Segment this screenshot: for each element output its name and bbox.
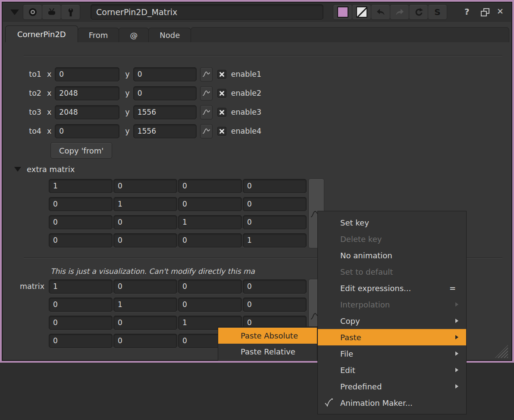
y-value-input[interactable]: 1556 [133,124,197,138]
help-button[interactable]: ? [464,6,470,17]
matrix-cell[interactable]: 1 [49,279,113,294]
undo-button[interactable] [371,4,390,20]
tab-from[interactable]: From [78,28,119,42]
x-label: x [47,127,51,135]
to-label: to1 [0,70,41,78]
menu-item-set-key[interactable]: Set key [318,214,466,231]
y-value-input[interactable]: 0 [133,67,197,81]
redo-button[interactable] [390,4,409,20]
enable-checkbox[interactable] [217,127,226,136]
submenu-item-paste-absolute[interactable]: Paste Absolute [218,328,317,344]
separator-top [24,55,502,56]
script-button[interactable]: S [428,4,447,20]
to-point-row: to2 x 2048 y 0 enable2 [0,84,336,103]
menu-item-interpolation: Interpolation [318,296,466,313]
menu-item-edit-expressions[interactable]: Edit expressions...= [318,280,466,296]
menu-item-edit[interactable]: Edit [318,362,466,378]
matrix-cell[interactable]: 0 [178,298,242,312]
extra-matrix-cell[interactable]: 0 [178,179,242,193]
s-icon: S [434,7,440,17]
to-points-group: to1 x 0 y 0 enable1 to2 x 2048 y 0 [0,65,336,141]
menu-item-label: Delete key [340,235,448,244]
extra-matrix-cell[interactable]: 0 [178,197,242,211]
enable-checkbox[interactable] [217,70,226,79]
menu-item-label: Copy [340,317,448,326]
resize-grip[interactable] [495,345,508,358]
matrix-cell[interactable]: 0 [49,316,113,330]
matrix-cell[interactable]: 0 [113,334,177,348]
extra-matrix-cell[interactable]: 0 [243,179,307,193]
extra-matrix-cell[interactable]: 0 [243,197,307,211]
to-point-row: to3 x 2048 y 1556 enable3 [0,103,336,122]
x-value-input[interactable]: 0 [55,67,119,81]
left-button-group [23,4,80,20]
menu-item-accessory [448,368,466,372]
x-value-input[interactable]: 2048 [55,105,119,119]
center-viewer-button[interactable] [23,4,42,20]
to-label: to2 [0,89,41,97]
node-menu-dropdown-button[interactable] [7,7,22,17]
menu-item-file[interactable]: File [318,345,466,362]
menu-item-label: Edit expressions... [340,284,448,293]
enable-checkbox[interactable] [217,108,226,117]
matrix-cell[interactable]: 0 [113,279,177,294]
extra-matrix-cell[interactable]: 1 [243,233,307,248]
matrix-cell[interactable]: 0 [113,316,177,330]
extra-matrix-cell[interactable]: 0 [49,197,113,211]
menu-item-gutter [318,398,340,408]
extra-matrix-cell[interactable]: 0 [243,215,307,229]
menu-item-label: Paste [340,333,448,342]
extra-matrix-cell[interactable]: 1 [178,215,242,229]
tab-cornerpin2d[interactable]: CornerPin2D [5,25,78,42]
target-icon [28,7,38,17]
animation-menu-button[interactable] [200,124,213,138]
menu-item-animation-maker[interactable]: Animation Maker... [318,395,466,411]
y-value-input[interactable]: 1556 [133,105,197,119]
menu-item-label: File [340,349,448,358]
animation-menu-button[interactable] [200,67,213,81]
matrix-cell[interactable]: 0 [49,334,113,348]
extra-matrix-cell[interactable]: 0 [113,233,177,248]
submenu-item-paste-relative[interactable]: Paste Relative [218,344,317,360]
menu-item-paste[interactable]: Paste [318,329,466,345]
matrix-cell[interactable]: 1 [113,298,177,312]
x-value-input[interactable]: 0 [55,124,119,138]
y-value-input[interactable]: 0 [133,86,197,100]
tab-node[interactable]: Node [148,28,191,42]
enable-label: enable4 [231,127,261,135]
monitor-out-button[interactable] [42,4,61,20]
enable-checkbox[interactable] [217,89,226,98]
submenu-arrow-icon [455,384,458,389]
close-button[interactable]: ✕ [497,6,504,16]
copy-from-button[interactable]: Copy 'from' [50,142,112,159]
y-label: y [125,70,129,78]
tab-[interactable]: @ [119,28,149,42]
to-label: to4 [0,127,41,135]
menu-item-label: Predefined [340,382,448,391]
node-color-button[interactable] [333,4,352,20]
node-name-input[interactable]: CornerPin2D_Matrix [91,4,323,20]
extra-matrix-cell[interactable]: 0 [49,215,113,229]
extra-matrix-cell[interactable]: 1 [49,179,113,193]
animation-menu-button[interactable] [200,105,213,119]
monitor-icon [47,8,56,16]
menu-item-copy[interactable]: Copy [318,313,466,329]
matrix-cell[interactable]: 0 [49,298,113,312]
animation-menu-button[interactable] [200,86,213,100]
extra-matrix-cell[interactable]: 0 [113,179,177,193]
float-window-button[interactable] [481,8,489,16]
extra-matrix-cell[interactable]: 0 [178,233,242,248]
menu-item-no-animation[interactable]: No animation [318,247,466,263]
matrix-cell[interactable]: 0 [178,279,242,294]
menu-item-predefined[interactable]: Predefined [318,378,466,395]
revert-button[interactable] [409,4,428,20]
extra-matrix-cell[interactable]: 1 [113,197,177,211]
extra-matrix-cell[interactable]: 0 [113,215,177,229]
extra-matrix-cell[interactable]: 0 [49,233,113,248]
matrix-cell[interactable]: 0 [243,279,307,294]
x-value-input[interactable]: 2048 [55,86,119,100]
extra-matrix-header[interactable]: extra matrix [14,165,75,174]
matrix-cell[interactable]: 0 [243,298,307,312]
settings-button[interactable] [61,4,80,20]
gl-color-button[interactable] [352,4,371,20]
